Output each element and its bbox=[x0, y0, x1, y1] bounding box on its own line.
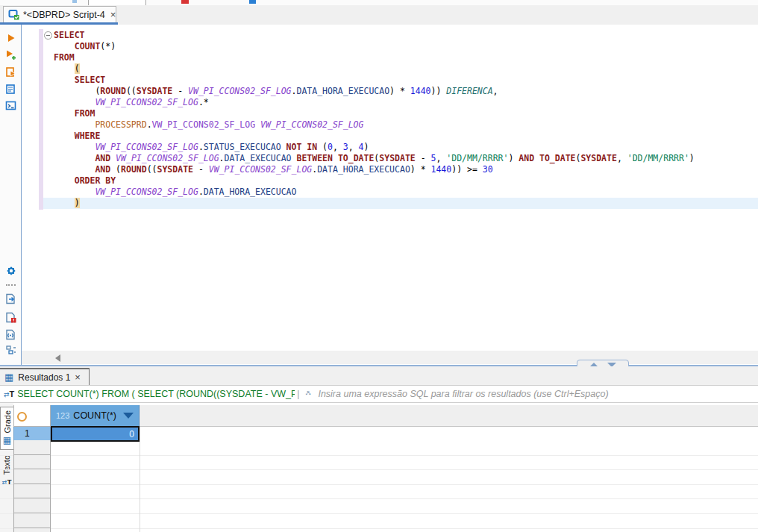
toolbar-partial-icon bbox=[72, 0, 77, 3]
sql-text-icon: ⇄T bbox=[4, 389, 14, 398]
grid-empty-row bbox=[0, 514, 758, 529]
header-row-filler bbox=[140, 405, 758, 427]
tab-script-4[interactable]: *<DBPRD> Script-4 × bbox=[3, 6, 116, 22]
results-panel: ▦ Resultados 1 × ⇄T SELECT COUNT(*) FROM… bbox=[0, 366, 758, 532]
export-file-icon[interactable] bbox=[5, 293, 16, 304]
row-number-cell[interactable]: 1 bbox=[13, 427, 51, 441]
code-line[interactable]: ( bbox=[43, 63, 758, 75]
row-header-cell[interactable] bbox=[13, 484, 51, 499]
row-header-cell[interactable] bbox=[13, 455, 51, 470]
row-header-cell[interactable] bbox=[13, 469, 51, 484]
code-line[interactable]: PROCESSPRD.VW_PI_CCONS02_SF_LOG VW_PI_CC… bbox=[43, 119, 758, 131]
grid-empty-row bbox=[0, 485, 758, 500]
code-line[interactable]: SELECT bbox=[43, 30, 758, 41]
column-header-count[interactable]: 123 COUNT(*) bbox=[51, 405, 140, 427]
execute-statement-new-tab-icon[interactable] bbox=[5, 49, 16, 60]
results-tab-close-icon[interactable]: × bbox=[75, 372, 81, 383]
row-header-cell[interactable] bbox=[13, 528, 51, 532]
top-toolbar-partial bbox=[0, 0, 758, 5]
code-line[interactable]: VW_PI_CCONS02_SF_LOG.DATA_HORA_EXECUCAO bbox=[43, 187, 758, 198]
sql-editor[interactable]: SELECT COUNT(*)FROM ( SELECT (ROUND((SYS… bbox=[0, 25, 758, 366]
tab-close-icon[interactable]: × bbox=[110, 10, 116, 19]
code-line[interactable]: AND VW_PI_CCONS02_SF_LOG.DATA_EXECUCAO B… bbox=[43, 153, 758, 164]
results-tabbar: ▦ Resultados 1 × bbox=[0, 366, 758, 385]
row-header-cell[interactable] bbox=[13, 498, 51, 513]
tab-title: *<DBPRD> Script-4 bbox=[23, 10, 105, 20]
sql-code-lines: SELECT COUNT(*)FROM ( SELECT (ROUND((SYS… bbox=[43, 30, 758, 209]
execute-script-icon[interactable] bbox=[5, 66, 16, 78]
tab-resultados-1[interactable]: ▦ Resultados 1 × bbox=[0, 368, 90, 385]
code-line[interactable]: AND (ROUND((SYSDATE - VW_PI_CCONS02_SF_L… bbox=[43, 164, 758, 175]
grid-empty-row bbox=[0, 529, 758, 532]
row-header-cell[interactable] bbox=[13, 513, 51, 528]
editor-tabbar: *<DBPRD> Script-4 × bbox=[0, 5, 758, 25]
grid-corner-cell[interactable] bbox=[13, 405, 51, 427]
toolbar-blue-icon-partial[interactable] bbox=[249, 0, 256, 4]
filter-input-placeholder[interactable]: Insira uma expressão SQL para filtrar os… bbox=[318, 389, 608, 399]
code-line[interactable]: ORDER BY bbox=[43, 175, 758, 187]
code-line[interactable]: (ROUND((SYSDATE - VW_PI_CCONS02_SF_LOG.D… bbox=[43, 86, 758, 97]
code-line[interactable]: FROM bbox=[43, 108, 758, 119]
outline-icon[interactable] bbox=[5, 345, 16, 356]
code-line[interactable]: VW_PI_CCONS02_SF_LOG.* bbox=[43, 97, 758, 108]
grid-empty-row bbox=[0, 470, 758, 485]
file-error-icon[interactable] bbox=[5, 312, 16, 323]
file-output-icon[interactable] bbox=[5, 329, 16, 340]
results-grid[interactable]: Grade ▦ Texto ⇄T 123 COUNT(*) bbox=[0, 403, 758, 532]
grid-empty-row bbox=[0, 456, 758, 471]
record-ring-icon bbox=[17, 412, 27, 422]
code-line[interactable]: VW_PI_CCONS02_SF_LOG.STATUS_EXECUCAO NOT… bbox=[43, 142, 758, 153]
expand-filter-icon[interactable]: ↕ ↕ bbox=[303, 389, 313, 399]
grid-table-icon: ▦ bbox=[4, 372, 13, 382]
results-filter-bar[interactable]: ⇄T SELECT COUNT(*) FROM ( SELECT (ROUND(… bbox=[0, 385, 758, 403]
column-separator-line bbox=[140, 427, 140, 532]
scroll-left-icon[interactable] bbox=[55, 354, 60, 362]
sql-script-icon bbox=[8, 9, 19, 20]
grid-empty-rows bbox=[0, 441, 758, 532]
settings-gear-icon[interactable] bbox=[5, 265, 16, 276]
column-type-badge: 123 bbox=[56, 411, 69, 420]
code-line[interactable]: COUNT(*) bbox=[43, 41, 758, 52]
code-line[interactable]: FROM bbox=[43, 52, 758, 63]
row-header-cell[interactable] bbox=[13, 440, 51, 455]
code-line[interactable]: WHERE bbox=[43, 131, 758, 142]
explain-plan-icon[interactable] bbox=[5, 84, 16, 95]
grid-empty-row bbox=[0, 499, 758, 514]
sort-dropdown-icon[interactable] bbox=[123, 413, 134, 419]
results-tab-label: Resultados 1 bbox=[18, 372, 70, 383]
filter-query-text: SELECT COUNT(*) FROM ( SELECT (ROUND((SY… bbox=[17, 389, 295, 399]
editor-side-toolbar bbox=[0, 25, 22, 366]
dbeaver-window: *<DBPRD> Script-4 × bbox=[0, 0, 758, 532]
code-line[interactable]: ) bbox=[43, 198, 758, 209]
selected-cell-value[interactable]: 0 bbox=[51, 426, 140, 442]
tab-grade-label: Grade bbox=[3, 410, 12, 434]
grid-empty-row bbox=[0, 441, 758, 456]
toolbar-red-icon-partial[interactable] bbox=[181, 0, 189, 4]
filter-separator: | bbox=[297, 389, 299, 399]
toolbar-separator-dots bbox=[6, 284, 16, 286]
code-line[interactable]: SELECT bbox=[43, 75, 758, 86]
sql-console-icon[interactable] bbox=[5, 100, 16, 111]
execute-statement-icon[interactable] bbox=[5, 32, 16, 43]
editor-horizontal-scrollbar[interactable] bbox=[22, 351, 758, 364]
column-name: COUNT(*) bbox=[73, 410, 123, 421]
